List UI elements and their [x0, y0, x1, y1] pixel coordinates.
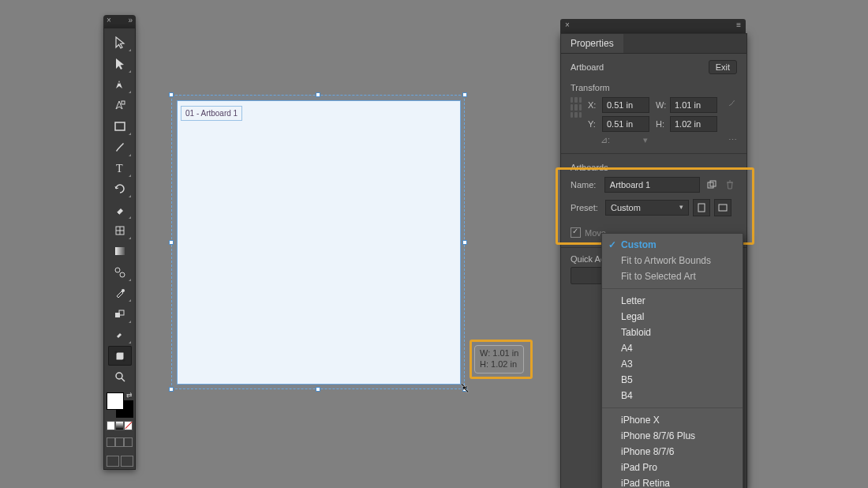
artboard-bounding-box[interactable]	[171, 95, 465, 389]
draw-mode-row	[107, 437, 133, 447]
draw-normal-icon[interactable]	[107, 437, 115, 447]
size-tooltip: W: 1.01 in H: 1.02 in	[474, 345, 524, 374]
resize-cursor-icon: ↘↖	[460, 381, 476, 392]
blend-tool[interactable]	[108, 304, 132, 323]
close-icon[interactable]: ×	[107, 16, 111, 24]
preset-option-fit-selected[interactable]: Fit to Selected Art	[602, 268, 743, 284]
draw-behind-icon[interactable]	[115, 437, 124, 447]
zoom-tool[interactable]	[108, 367, 132, 386]
screen-mode-row	[107, 456, 133, 467]
preset-option-legal[interactable]: Legal	[602, 309, 743, 325]
w-label: W:	[656, 100, 670, 110]
preset-dropdown[interactable]: Custom	[605, 200, 689, 216]
selection-tool[interactable]	[108, 33, 132, 52]
preset-option-letter[interactable]: Letter	[602, 293, 743, 309]
preset-option-b4[interactable]: B4	[602, 388, 743, 404]
rotate-tool[interactable]	[108, 179, 132, 198]
preset-option-b5[interactable]: B5	[602, 372, 743, 388]
angle-dropdown-icon[interactable]: ▾	[643, 135, 648, 145]
scissors-tool[interactable]	[108, 221, 132, 240]
preset-dropdown-list[interactable]: Custom Fit to Artwork Bounds Fit to Sele…	[601, 233, 743, 488]
preset-option-a3[interactable]: A3	[602, 356, 743, 372]
context-label: Artboard	[571, 62, 604, 72]
y-input[interactable]: 0.51 in	[602, 116, 649, 132]
swap-fill-stroke-icon[interactable]: ⇄	[126, 391, 133, 399]
orientation-landscape-button[interactable]	[714, 199, 731, 216]
svg-rect-13	[116, 352, 124, 360]
gradient-icon[interactable]	[115, 421, 124, 430]
tools-panel: T ⇄	[103, 28, 136, 470]
properties-tab[interactable]: Properties	[561, 34, 623, 53]
direct-selection-tool[interactable]	[108, 54, 132, 73]
artboard-name-input[interactable]: Artboard 1	[604, 177, 700, 193]
preset-option-tabloid[interactable]: Tabloid	[602, 325, 743, 340]
delete-artboard-icon[interactable]	[723, 178, 737, 192]
properties-panel-header[interactable]: × ≡	[560, 19, 746, 33]
panel-menu-icon[interactable]: ≡	[736, 21, 741, 29]
orientation-portrait-button[interactable]	[693, 199, 710, 216]
artboards-section-label: Artboards	[561, 156, 746, 175]
live-paint-tool[interactable]	[108, 325, 132, 344]
artboard-label[interactable]: 01 - Artboard 1	[181, 106, 242, 121]
constrain-proportions-icon[interactable]: ⟋	[727, 97, 737, 109]
svg-rect-7	[115, 247, 125, 255]
collapse-icon[interactable]: »	[128, 16, 133, 24]
svg-rect-24	[719, 205, 727, 211]
svg-point-0	[118, 82, 120, 84]
mesh-tool[interactable]	[108, 263, 132, 282]
transform-section-label: Transform	[561, 76, 746, 96]
y-label: Y:	[588, 119, 602, 129]
preset-option-ipad-pro[interactable]: iPad Pro	[602, 460, 743, 475]
screen-mode-icon[interactable]	[107, 456, 119, 467]
preset-option-iphone-876-plus[interactable]: iPhone 8/7/6 Plus	[602, 428, 743, 444]
preset-option-custom[interactable]: Custom	[602, 237, 743, 253]
paintbrush-tool[interactable]	[108, 137, 132, 156]
svg-text:T: T	[116, 163, 123, 175]
fill-stroke-swatch[interactable]: ⇄	[107, 392, 133, 418]
fill-mode-row	[107, 421, 133, 430]
reference-point-grid[interactable]	[571, 97, 582, 118]
close-icon[interactable]: ×	[565, 21, 570, 29]
name-label: Name:	[571, 180, 604, 190]
tooltip-width: W: 1.01 in	[480, 348, 518, 359]
type-tool[interactable]: T	[108, 159, 132, 178]
svg-point-10	[122, 289, 125, 292]
move-artwork-checkbox[interactable]	[571, 227, 581, 238]
rectangle-tool[interactable]	[108, 117, 132, 136]
draw-inside-icon[interactable]	[124, 437, 133, 447]
edit-toolbar-icon[interactable]	[121, 456, 133, 467]
artboard-tool[interactable]	[108, 346, 132, 365]
none-icon[interactable]	[124, 421, 133, 430]
svg-rect-23	[698, 204, 705, 212]
svg-point-19	[116, 373, 122, 379]
svg-rect-2	[115, 122, 125, 130]
fill-swatch[interactable]	[107, 392, 124, 410]
preset-option-iphone-x[interactable]: iPhone X	[602, 412, 743, 428]
gradient-tool[interactable]	[108, 242, 132, 261]
properties-tabbar: Properties	[561, 34, 746, 54]
w-input[interactable]: 1.01 in	[670, 97, 717, 113]
preset-option-iphone-876[interactable]: iPhone 8/7/6	[602, 444, 743, 460]
x-label: X:	[588, 100, 602, 110]
more-options-icon[interactable]: ⋯	[728, 135, 737, 145]
curvature-tool[interactable]	[108, 96, 132, 114]
exit-button[interactable]: Exit	[709, 60, 737, 74]
svg-point-8	[115, 268, 120, 272]
preset-option-a4[interactable]: A4	[602, 340, 743, 356]
solid-color-icon[interactable]	[107, 421, 115, 430]
preset-option-fit-artwork[interactable]: Fit to Artwork Bounds	[602, 253, 743, 268]
tooltip-height: H: 1.02 in	[480, 359, 518, 370]
eraser-tool[interactable]	[108, 200, 132, 219]
preset-option-ipad-retina[interactable]: iPad Retina	[602, 475, 743, 488]
svg-line-20	[122, 378, 125, 381]
tools-panel-header[interactable]: × »	[103, 15, 136, 28]
new-artboard-icon[interactable]	[705, 178, 719, 192]
x-input[interactable]: 0.51 in	[602, 97, 649, 113]
h-label: H:	[656, 119, 670, 129]
angle-label: ⊿:	[600, 135, 610, 145]
pen-tool[interactable]	[108, 75, 132, 94]
svg-point-9	[120, 272, 125, 277]
h-input[interactable]: 1.02 in	[670, 116, 717, 132]
eyedropper-tool[interactable]	[108, 283, 132, 302]
svg-rect-1	[122, 101, 125, 104]
